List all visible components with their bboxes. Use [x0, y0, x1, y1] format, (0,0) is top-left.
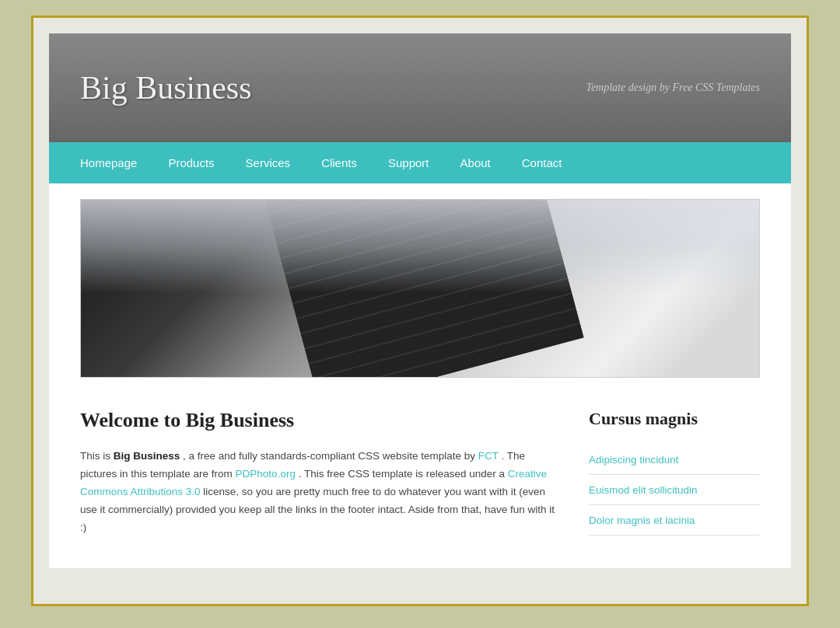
nav-products[interactable]: Products — [152, 142, 229, 183]
nav-contact[interactable]: Contact — [506, 142, 578, 183]
sidebar: Cursus magnis Adipiscing tincidunt Euism… — [589, 409, 760, 537]
nav-clients[interactable]: Clients — [306, 142, 373, 183]
hero-image — [80, 199, 760, 378]
para-text-2: , a free and fully standards-compliant C… — [183, 450, 478, 462]
list-item: Dolor magnis et lacinia — [589, 505, 760, 536]
outer-border: Big Business Template design by Free CSS… — [31, 16, 809, 606]
site-wrapper: Big Business Template design by Free CSS… — [49, 33, 791, 568]
main-content: Welcome to Big Business This is Big Busi… — [80, 409, 558, 537]
sidebar-link-1[interactable]: Adipiscing tincidunt — [589, 454, 679, 466]
brand-name: Big Business — [114, 450, 180, 462]
hero-section — [49, 183, 791, 393]
site-nav: Homepage Products Services Clients Suppo… — [49, 142, 791, 183]
nav-support[interactable]: Support — [373, 142, 445, 183]
para-text-4: . This free CSS template is released und… — [299, 468, 508, 480]
sidebar-link-2[interactable]: Euismod elit sollicitudin — [589, 484, 698, 496]
content-area: Welcome to Big Business This is Big Busi… — [49, 393, 791, 568]
pdphoto-link[interactable]: PDPhoto.org — [236, 468, 296, 480]
list-item: Adipiscing tincidunt — [589, 445, 760, 475]
nav-services[interactable]: Services — [230, 142, 306, 183]
main-paragraph: This is Big Business , a free and fully … — [80, 448, 558, 537]
fct-link[interactable]: FCT — [478, 450, 499, 462]
para-text-1: This is — [80, 450, 114, 462]
sidebar-list: Adipiscing tincidunt Euismod elit sollic… — [589, 445, 760, 536]
site-header: Big Business Template design by Free CSS… — [49, 33, 791, 142]
nav-homepage[interactable]: Homepage — [65, 142, 152, 183]
nav-about[interactable]: About — [445, 142, 506, 183]
sidebar-heading: Cursus magnis — [589, 409, 760, 429]
site-title: Big Business — [80, 69, 252, 106]
list-item: Euismod elit sollicitudin — [589, 475, 760, 505]
site-tagline: Template design by Free CSS Templates — [586, 82, 760, 94]
main-heading: Welcome to Big Business — [80, 409, 558, 432]
sidebar-link-3[interactable]: Dolor magnis et lacinia — [589, 515, 695, 526]
